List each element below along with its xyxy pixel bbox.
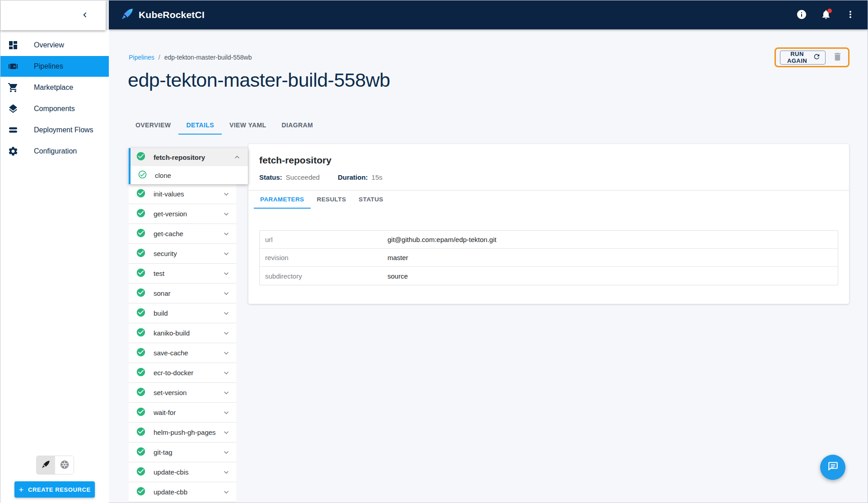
task-row-git-tag[interactable]: git-tag <box>129 442 236 462</box>
chevron-down-icon[interactable] <box>222 249 231 258</box>
task-label: kaniko-build <box>154 329 222 337</box>
duration-label: Duration: <box>338 173 368 181</box>
chevron-down-icon[interactable] <box>222 329 231 338</box>
task-row-helm-push-gh-pages[interactable]: helm-push-gh-pages <box>129 423 236 442</box>
task-label: get-version <box>154 210 222 218</box>
task-row-wait-for[interactable]: wait-for <box>129 403 236 423</box>
step-row-clone[interactable]: clone <box>131 166 248 184</box>
chevron-down-icon[interactable] <box>222 349 231 358</box>
detail-tab-results[interactable]: RESULTS <box>311 191 353 209</box>
task-row-test[interactable]: test <box>129 264 236 284</box>
marketplace-icon <box>7 82 19 93</box>
app-title: KubeRocketCI <box>139 9 205 20</box>
tab-overview[interactable]: OVERVIEW <box>128 117 178 135</box>
sidebar-item-pipelines[interactable]: Pipelines <box>0 56 109 77</box>
sidebar-item-marketplace[interactable]: Marketplace <box>0 77 109 98</box>
task-row-sonar[interactable]: sonar <box>129 284 236 303</box>
chevron-down-icon[interactable] <box>222 309 231 318</box>
task-row-kaniko-build[interactable]: kaniko-build <box>129 323 236 343</box>
check-circle-icon <box>136 427 146 438</box>
chevron-down-icon[interactable] <box>222 190 231 199</box>
task-row-get-cache[interactable]: get-cache <box>129 224 236 244</box>
chevron-up-icon[interactable] <box>233 153 242 162</box>
more-menu-button[interactable] <box>841 6 859 24</box>
run-again-button[interactable]: RUN AGAIN <box>780 51 826 65</box>
check-circle-icon <box>136 228 146 240</box>
cluster-toggle <box>36 456 74 475</box>
task-row-init-values[interactable]: init-values <box>129 184 236 204</box>
task-row-build[interactable]: build <box>129 303 236 323</box>
sidebar-item-overview[interactable]: Overview <box>0 35 109 56</box>
param-key: url <box>260 236 387 243</box>
task-row-update-cbis[interactable]: update-cbis <box>129 462 236 482</box>
task-row-update-cbb[interactable]: update-cbb <box>129 482 236 502</box>
chevron-down-icon[interactable] <box>222 229 231 238</box>
brand-logo[interactable]: KubeRocketCI <box>121 7 205 23</box>
tab-view-yaml[interactable]: VIEW YAML <box>222 117 274 135</box>
task-row-save-cache[interactable]: save-cache <box>129 343 236 363</box>
chevron-down-icon[interactable] <box>222 210 231 219</box>
check-circle-icon <box>136 248 146 260</box>
check-circle-icon <box>136 367 146 379</box>
app-bar: KubeRocketCI <box>109 0 868 29</box>
task-label: sonar <box>154 289 222 297</box>
sidebar-item-label: Overview <box>34 41 64 49</box>
task-label: save-cache <box>154 349 222 357</box>
tab-diagram[interactable]: DIAGRAM <box>274 117 321 135</box>
task-label: ecr-to-docker <box>154 369 222 377</box>
sidebar-item-components[interactable]: Components <box>0 98 109 119</box>
chevron-down-icon[interactable] <box>222 289 231 298</box>
task-list: fetch-repository clone init-valuesget-ve… <box>129 148 236 502</box>
chevron-down-icon[interactable] <box>222 269 231 278</box>
tab-details[interactable]: DETAILS <box>178 117 222 135</box>
info-button[interactable] <box>793 6 811 24</box>
rocket-icon <box>41 460 51 470</box>
task-row-get-version[interactable]: get-version <box>129 204 236 224</box>
chevron-down-icon[interactable] <box>222 448 231 457</box>
kubernetes-icon <box>60 460 70 471</box>
chat-icon <box>827 461 839 474</box>
sidebar-item-configuration[interactable]: Configuration <box>0 141 109 162</box>
task-row-fetch-repository[interactable]: fetch-repository <box>131 148 248 166</box>
chat-fab-button[interactable] <box>820 455 845 480</box>
configuration-icon <box>7 145 19 157</box>
main-content: Pipelines / edp-tekton-master-build-558w… <box>109 29 868 503</box>
task-label: fetch-repository <box>154 154 233 161</box>
chevron-down-icon[interactable] <box>222 368 231 377</box>
task-detail-title: fetch-repository <box>259 155 838 166</box>
param-key: revision <box>260 254 387 261</box>
task-label: helm-push-gh-pages <box>154 428 222 436</box>
task-row-set-version[interactable]: set-version <box>129 383 236 403</box>
notifications-button[interactable] <box>817 6 835 24</box>
notification-badge <box>827 9 832 13</box>
detail-tab-status[interactable]: STATUS <box>352 191 389 209</box>
check-circle-icon <box>136 151 146 163</box>
task-row-ecr-to-docker[interactable]: ecr-to-docker <box>129 363 236 383</box>
sidebar-header-gap <box>106 0 109 30</box>
chevron-down-icon[interactable] <box>222 428 231 437</box>
collapse-sidebar-button[interactable] <box>76 6 94 24</box>
chevron-down-icon[interactable] <box>222 408 231 417</box>
sidebar-item-deployment-flows[interactable]: Deployment Flows <box>0 120 109 140</box>
info-icon <box>796 9 807 21</box>
check-circle-icon <box>136 288 146 299</box>
breadcrumb-current: edp-tekton-master-build-558wb <box>164 54 252 61</box>
task-label: update-cbb <box>154 488 222 496</box>
delete-button[interactable] <box>832 51 843 63</box>
kubernetes-toggle[interactable] <box>55 456 74 474</box>
kuberocketci-rocket-toggle[interactable] <box>37 456 55 474</box>
task-row-security[interactable]: security <box>129 244 236 264</box>
breadcrumb-pipelines-link[interactable]: Pipelines <box>129 54 154 61</box>
sidebar-nav: OverviewPipelinesMarketplaceComponentsDe… <box>0 35 109 162</box>
check-circle-icon <box>136 407 146 419</box>
param-value: master <box>387 254 408 261</box>
chevron-down-icon[interactable] <box>222 468 231 477</box>
chevron-down-icon[interactable] <box>222 388 231 397</box>
task-label: update-cbis <box>154 468 222 476</box>
task-label: security <box>154 250 222 257</box>
chevron-down-icon[interactable] <box>222 488 231 497</box>
create-resource-button[interactable]: + CREATE RESOURCE <box>14 481 95 498</box>
page-tabs: OVERVIEWDETAILSVIEW YAMLDIAGRAM <box>128 117 321 135</box>
detail-tab-parameters[interactable]: PARAMETERS <box>254 191 311 209</box>
status-label: Status: <box>259 173 282 181</box>
